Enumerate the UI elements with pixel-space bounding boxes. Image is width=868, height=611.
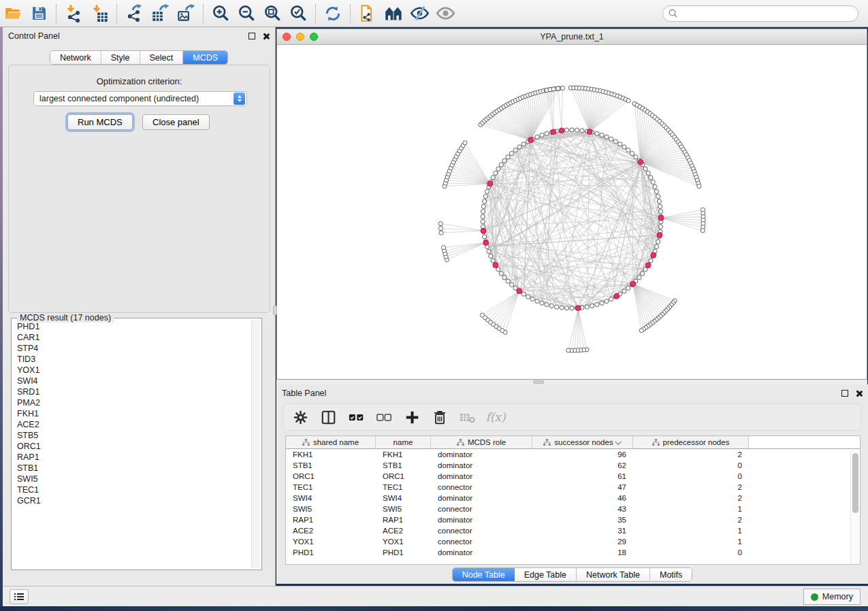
mcds-result-item[interactable]: CAR1 xyxy=(13,332,253,343)
table-scrollbar[interactable] xyxy=(850,450,859,563)
new-network-from-selection-icon[interactable] xyxy=(355,2,381,25)
save-session-icon[interactable] xyxy=(26,2,52,25)
node-table[interactable]: shared namenameMCDS rolesuccessor nodesp… xyxy=(285,435,861,565)
mcds-result-item[interactable]: RAP1 xyxy=(13,452,253,463)
vertical-splitter-handle[interactable] xyxy=(273,306,277,315)
cell-role: connector xyxy=(431,538,532,546)
tab-style[interactable]: Style xyxy=(101,51,140,64)
mcds-result-item[interactable]: TID3 xyxy=(13,354,253,365)
deselect-all-rows-icon[interactable] xyxy=(376,409,392,425)
mcds-result-item[interactable]: TEC1 xyxy=(13,484,253,495)
mcds-result-item[interactable]: SWI5 xyxy=(13,474,253,484)
horizontal-splitter-handle[interactable] xyxy=(533,380,544,384)
tab-motifs[interactable]: Motifs xyxy=(650,568,692,581)
table-scrollbar-thumb[interactable] xyxy=(852,453,858,513)
table-row[interactable]: PHD1PHD1dominator180 xyxy=(286,547,860,558)
mcds-result-item[interactable]: ORC1 xyxy=(13,441,253,452)
tab-edge-table[interactable]: Edge Table xyxy=(515,568,577,581)
cell-shared_name: TEC1 xyxy=(286,483,376,491)
tab-network-table[interactable]: Network Table xyxy=(577,568,650,581)
mcds-result-scrollbar[interactable] xyxy=(251,320,260,568)
cell-shared_name: YOX1 xyxy=(286,538,376,546)
import-table-icon[interactable] xyxy=(86,2,112,25)
zoom-out-icon[interactable] xyxy=(234,2,259,25)
memory-button[interactable]: Memory xyxy=(803,589,861,605)
zoom-selected-icon[interactable] xyxy=(285,2,311,25)
network-graph-canvas[interactable] xyxy=(277,45,868,379)
table-row[interactable]: FKH1FKH1dominator962 xyxy=(286,449,860,460)
column-header-name[interactable]: name xyxy=(376,436,431,448)
tab-node-table[interactable]: Node Table xyxy=(453,568,515,581)
zoom-fit-icon[interactable] xyxy=(259,2,285,25)
network-view-window: YPA_prune.txt_1 xyxy=(276,29,867,380)
cell-role: dominator xyxy=(431,450,532,459)
mcds-result-item[interactable]: ACE2 xyxy=(13,419,253,430)
horizontal-splitter[interactable] xyxy=(276,380,867,384)
cell-role: dominator xyxy=(431,516,532,524)
close-panel-button[interactable]: Close panel xyxy=(142,114,210,130)
table-row[interactable]: SWI5SWI5connector431 xyxy=(286,503,860,514)
table-row[interactable]: SWI4SWI4dominator462 xyxy=(286,493,860,503)
select-stepper-icon xyxy=(234,93,245,105)
float-table-panel-icon[interactable] xyxy=(841,390,848,397)
table-row[interactable]: YOX1YOX1connector291 xyxy=(286,536,860,547)
delete-columns-icon[interactable] xyxy=(432,409,448,425)
zoom-in-icon[interactable] xyxy=(208,2,234,25)
column-header-successor-nodes[interactable]: successor nodes xyxy=(532,436,633,448)
mcds-result-list[interactable]: PHD1CAR1STP4TID3YOX1SWI4SRD1PMA2FKH1ACE2… xyxy=(13,321,253,568)
mcds-result-item[interactable]: PMA2 xyxy=(13,397,253,408)
mcds-result-item[interactable]: STB5 xyxy=(13,430,253,441)
optimization-criterion-select[interactable]: largest connected component (undirected) xyxy=(33,91,247,106)
hide-selected-icon[interactable] xyxy=(406,2,432,25)
column-tree-icon xyxy=(302,439,310,446)
mcds-result-item[interactable]: STB1 xyxy=(13,463,253,474)
cell-shared_name: PHD1 xyxy=(286,548,376,557)
table-row[interactable]: ORC1ORC1dominator610 xyxy=(286,471,860,482)
table-row[interactable]: TEC1TEC1connector472 xyxy=(286,482,860,493)
cell-predecessors: 1 xyxy=(633,527,749,535)
first-neighbors-icon[interactable] xyxy=(381,2,406,25)
network-window-titlebar[interactable]: YPA_prune.txt_1 xyxy=(277,29,867,45)
import-network-icon[interactable] xyxy=(61,2,86,25)
mcds-result-item[interactable]: GCR1 xyxy=(13,495,253,506)
optimization-criterion-label: Optimization criterion: xyxy=(9,76,270,86)
column-header-predecessor-nodes[interactable]: predecessor nodes xyxy=(633,436,749,448)
column-header-MCDS-role[interactable]: MCDS role xyxy=(431,436,532,448)
close-table-panel-icon[interactable] xyxy=(855,390,863,397)
run-mcds-button[interactable]: Run MCDS xyxy=(67,114,133,130)
table-tabs: Node TableEdge TableNetwork TableMotifs xyxy=(452,567,693,582)
tab-network[interactable]: Network xyxy=(50,51,101,64)
table-row[interactable]: ACE2ACE2connector311 xyxy=(286,525,860,536)
show-column-panel-icon[interactable] xyxy=(320,409,336,425)
mcds-result-item[interactable]: SWI4 xyxy=(13,376,253,386)
tab-select[interactable]: Select xyxy=(140,51,184,64)
add-column-icon[interactable] xyxy=(404,409,420,425)
table-row[interactable]: RAP1RAP1dominator352 xyxy=(286,514,860,525)
mcds-result-item[interactable]: PHD1 xyxy=(13,321,253,332)
task-history-button[interactable] xyxy=(10,589,29,604)
table-settings-icon[interactable] xyxy=(292,409,308,425)
show-all-icon[interactable] xyxy=(432,2,458,25)
sort-chevron-icon xyxy=(615,438,622,445)
cell-successors: 31 xyxy=(532,527,633,535)
mcds-result-box: MCDS result (17 nodes) PHD1CAR1STP4TID3Y… xyxy=(11,318,262,570)
select-all-rows-icon[interactable] xyxy=(348,409,364,425)
tab-mcds[interactable]: MCDS xyxy=(183,51,227,64)
close-panel-icon[interactable] xyxy=(262,33,270,40)
export-image-icon[interactable] xyxy=(173,2,199,25)
mcds-result-item[interactable]: YOX1 xyxy=(13,365,253,376)
cell-successors: 18 xyxy=(532,548,633,557)
apply-layout-icon[interactable] xyxy=(320,2,346,25)
open-file-icon[interactable] xyxy=(0,2,26,25)
search-input[interactable] xyxy=(678,7,858,20)
mcds-result-item[interactable]: STP4 xyxy=(13,343,253,354)
cell-shared_name: RAP1 xyxy=(286,516,376,524)
column-header-shared-name[interactable]: shared name xyxy=(286,436,376,448)
export-table-icon[interactable] xyxy=(147,2,173,25)
mcds-result-item[interactable]: SRD1 xyxy=(13,386,253,397)
mcds-result-item[interactable]: FKH1 xyxy=(13,408,253,419)
export-network-icon[interactable] xyxy=(121,2,147,25)
float-panel-icon[interactable] xyxy=(248,33,255,39)
search-field[interactable] xyxy=(662,5,858,22)
table-row[interactable]: STB1STB1dominator620 xyxy=(286,460,860,471)
